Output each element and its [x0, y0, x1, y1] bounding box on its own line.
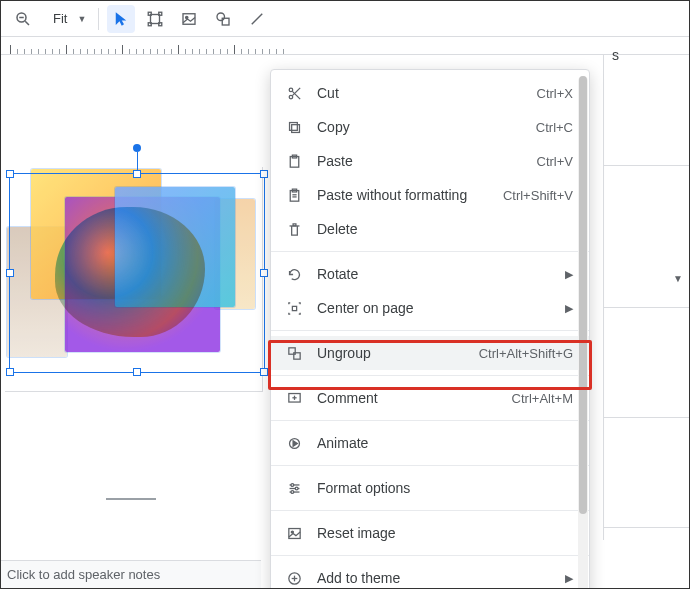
- workspace: Cut Ctrl+X Copy Ctrl+C Paste Ctrl+V Past…: [1, 55, 689, 540]
- selection-box[interactable]: [9, 173, 265, 373]
- slide-canvas[interactable]: [5, 167, 263, 392]
- menu-shortcut: Ctrl+Alt+Shift+G: [479, 346, 573, 361]
- transform-tool[interactable]: [141, 5, 169, 33]
- zoom-select[interactable]: Fit ▼: [43, 9, 90, 28]
- animate-icon: [285, 434, 303, 452]
- menu-label: Center on page: [317, 300, 549, 316]
- image-tool[interactable]: [175, 5, 203, 33]
- resize-handle[interactable]: [260, 269, 268, 277]
- clipboard-icon: [285, 152, 303, 170]
- menu-item-paste-plain[interactable]: Paste without formatting Ctrl+Shift+V: [271, 178, 589, 212]
- menu-scrollbar[interactable]: [578, 76, 588, 589]
- menu-shortcut: Ctrl+X: [537, 86, 573, 101]
- menu-item-animate[interactable]: Animate: [271, 426, 589, 460]
- menu-label: Format options: [317, 480, 573, 496]
- menu-shortcut: Ctrl+V: [537, 154, 573, 169]
- toolbar: Fit ▼: [1, 1, 689, 37]
- menu-separator: [271, 465, 589, 466]
- context-menu: Cut Ctrl+X Copy Ctrl+C Paste Ctrl+V Past…: [270, 69, 590, 589]
- submenu-arrow-icon: ▶: [563, 572, 573, 585]
- menu-separator: [271, 375, 589, 376]
- line-tool[interactable]: [243, 5, 271, 33]
- menu-item-rotate[interactable]: Rotate ▶: [271, 257, 589, 291]
- zoom-label: Fit: [47, 9, 73, 28]
- rotate-icon: [285, 265, 303, 283]
- menu-label: Delete: [317, 221, 573, 237]
- menu-separator: [271, 420, 589, 421]
- menu-label: Add to theme: [317, 570, 549, 586]
- menu-item-delete[interactable]: Delete: [271, 212, 589, 246]
- comment-icon: [285, 389, 303, 407]
- resize-handle[interactable]: [6, 269, 14, 277]
- svg-rect-25: [292, 306, 296, 310]
- submenu-arrow-icon: ▶: [563, 302, 573, 315]
- chevron-down-icon[interactable]: ▼: [673, 273, 683, 284]
- menu-item-comment[interactable]: Comment Ctrl+Alt+M: [271, 381, 589, 415]
- menu-item-add-theme[interactable]: Add to theme ▶: [271, 561, 589, 589]
- zoom-out-icon[interactable]: [9, 5, 37, 33]
- menu-label: Comment: [317, 390, 498, 406]
- panel-text: s: [612, 47, 619, 63]
- menu-shortcut: Ctrl+Alt+M: [512, 391, 573, 406]
- menu-label: Paste: [317, 153, 523, 169]
- menu-separator: [271, 330, 589, 331]
- submenu-arrow-icon: ▶: [563, 268, 573, 281]
- menu-item-copy[interactable]: Copy Ctrl+C: [271, 110, 589, 144]
- format-icon: [285, 479, 303, 497]
- menu-item-ungroup[interactable]: Ungroup Ctrl+Alt+Shift+G: [271, 336, 589, 370]
- resize-handle[interactable]: [6, 170, 14, 178]
- svg-rect-18: [289, 122, 297, 130]
- resize-handle[interactable]: [260, 170, 268, 178]
- separator: [98, 8, 99, 30]
- svg-rect-4: [149, 12, 152, 15]
- menu-label: Paste without formatting: [317, 187, 489, 203]
- menu-item-reset-image[interactable]: Reset image: [271, 516, 589, 550]
- menu-item-cut[interactable]: Cut Ctrl+X: [271, 76, 589, 110]
- menu-label: Ungroup: [317, 345, 465, 361]
- horizontal-ruler: /*ticks rendered below*/: [1, 37, 689, 55]
- copy-icon: [285, 118, 303, 136]
- menu-shortcut: Ctrl+Shift+V: [503, 188, 573, 203]
- menu-separator: [271, 251, 589, 252]
- menu-separator: [271, 555, 589, 556]
- menu-label: Copy: [317, 119, 522, 135]
- speaker-notes-placeholder: Click to add speaker notes: [7, 567, 160, 582]
- resize-handle[interactable]: [133, 170, 141, 178]
- menu-shortcut: Ctrl+C: [536, 120, 573, 135]
- reset-icon: [285, 524, 303, 542]
- scrollbar-thumb[interactable]: [579, 76, 587, 514]
- text-placeholder-line: [106, 498, 156, 500]
- svg-point-37: [295, 487, 298, 490]
- svg-rect-17: [291, 124, 299, 132]
- scissors-icon: [285, 84, 303, 102]
- menu-item-center[interactable]: Center on page ▶: [271, 291, 589, 325]
- svg-line-1: [25, 21, 29, 25]
- divider: [604, 165, 689, 166]
- menu-item-paste[interactable]: Paste Ctrl+V: [271, 144, 589, 178]
- chevron-down-icon: ▼: [77, 14, 86, 24]
- svg-marker-32: [293, 440, 297, 446]
- resize-handle[interactable]: [133, 368, 141, 376]
- svg-line-12: [252, 13, 263, 24]
- svg-point-14: [289, 88, 293, 92]
- svg-point-38: [290, 490, 293, 493]
- resize-handle[interactable]: [260, 368, 268, 376]
- divider: [604, 307, 689, 308]
- theme-icon: [285, 569, 303, 587]
- rotation-handle[interactable]: [133, 144, 141, 152]
- shape-tool[interactable]: [209, 5, 237, 33]
- svg-rect-5: [159, 12, 162, 15]
- center-icon: [285, 299, 303, 317]
- right-side-panel: s ▼: [603, 55, 689, 540]
- svg-rect-6: [149, 22, 152, 25]
- svg-point-36: [290, 483, 293, 486]
- menu-separator: [271, 510, 589, 511]
- menu-label: Animate: [317, 435, 573, 451]
- resize-handle[interactable]: [6, 368, 14, 376]
- divider: [604, 417, 689, 418]
- menu-item-format-options[interactable]: Format options: [271, 471, 589, 505]
- speaker-notes[interactable]: Click to add speaker notes: [1, 560, 261, 588]
- svg-point-10: [217, 13, 225, 21]
- menu-label: Rotate: [317, 266, 549, 282]
- select-tool[interactable]: [107, 5, 135, 33]
